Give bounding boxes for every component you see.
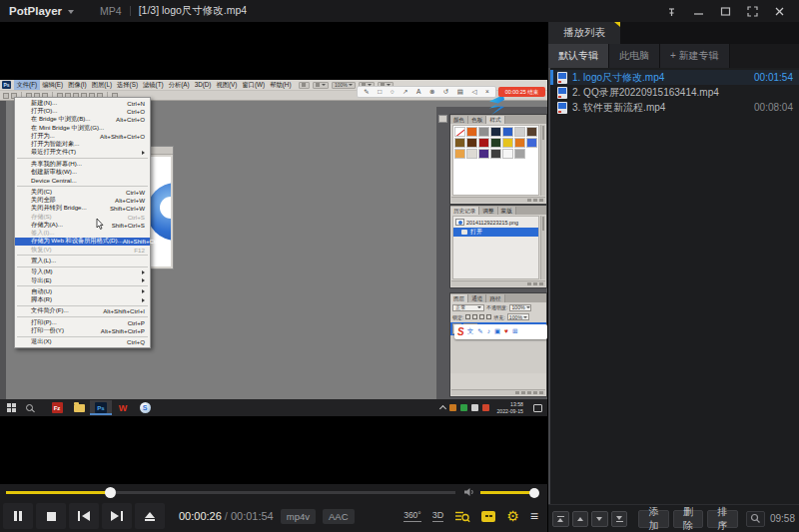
ps-logo: Ps (2, 81, 11, 89)
history-open-entry: 打开 (453, 228, 538, 237)
ps-panel-tab: 路径 (486, 294, 504, 302)
fill-value: 100% (507, 313, 529, 320)
move-top-button[interactable] (552, 511, 569, 527)
annotation-tool-icon: × (485, 89, 489, 96)
previous-button[interactable] (69, 503, 99, 529)
hamburger-menu-icon[interactable]: ≡ (530, 509, 538, 523)
pin-icon[interactable] (661, 3, 681, 19)
move-bottom-button[interactable] (611, 511, 628, 527)
ps-panel-dock: 颜色色板样式 历史记录调整蒙版 20141129223215.png (436, 107, 547, 399)
app-menu-chevron-icon[interactable] (68, 10, 74, 14)
playlist-item[interactable]: 3. 软件更新流程.mp4 00:08:04 (550, 100, 799, 115)
snapshot-thumbnail (455, 219, 464, 226)
annotation-tool-icon: ↗ (402, 89, 407, 96)
video-surface[interactable]: Ps 文件(F)编辑(E)图像(I)图层(L)选择(S)滤镜(T)分析(A)3D… (0, 22, 547, 484)
seek-bar[interactable] (6, 491, 455, 494)
style-swatch (514, 138, 525, 148)
subtitle-button[interactable] (481, 511, 495, 522)
volume-icon[interactable] (463, 487, 476, 497)
playlist-item[interactable]: 2. QQ录屏20220915163414.mp4 (550, 85, 799, 100)
style-swatch (466, 149, 477, 159)
recorder-tool-icon: 文 (467, 328, 474, 335)
playlist-action-button[interactable]: 删除 (673, 510, 704, 528)
next-button[interactable] (102, 503, 132, 529)
annotation-tool-icon: A (416, 89, 420, 96)
pause-button[interactable] (3, 503, 33, 529)
playlist-search-box[interactable] (746, 511, 765, 527)
playlist-item[interactable]: 1. logo尺寸修改.mp4 00:01:54 (550, 70, 799, 85)
album-tab[interactable]: 默认专辑 (548, 44, 609, 68)
maximize-button[interactable] (715, 3, 735, 19)
ps-panel-tab: 历史记录 (450, 207, 479, 215)
recorder-tool-icon: ♥ (504, 328, 508, 335)
ps-menu-item: 分析(A) (166, 80, 192, 90)
total-time: 00:01:54 (231, 510, 274, 522)
styles-swatch-grid (452, 125, 539, 196)
style-swatch (502, 149, 513, 159)
album-tab[interactable]: 此电脑 (609, 44, 660, 68)
titlebar-divider (130, 6, 131, 16)
recorder-app-icon: S (140, 402, 151, 413)
volume-bar[interactable] (480, 491, 538, 494)
ps-menu-item: 帮助(H) (268, 80, 294, 90)
video-360-button[interactable]: 360° (403, 510, 421, 522)
video-3d-button[interactable]: 3D (432, 510, 444, 522)
codec-badge: mp4v (281, 509, 316, 524)
ps-layers-panel: 图层通道路径 正常 不透明度: 100% (449, 292, 547, 397)
video-frame-photoshop: Ps 文件(F)编辑(E)图像(I)图层(L)选择(S)滤镜(T)分析(A)3D… (0, 80, 547, 416)
tab-playlist[interactable]: 播放列表 (548, 22, 620, 44)
format-badge: MP4 (100, 5, 122, 17)
playlist-action-button[interactable]: 添加 (638, 510, 669, 528)
ps-file-menu-item: 置入(L)... (15, 257, 150, 265)
open-eject-button[interactable] (135, 503, 165, 529)
move-up-button[interactable] (572, 511, 589, 527)
control-bar: 00:00:26/00:01:54 mp4vAAC 360° 3D ⚙ ≡ (0, 484, 547, 532)
ps-panel-tab: 图层 (450, 294, 468, 302)
tray-icon-4 (482, 404, 489, 411)
ps-panel-tab: 色板 (468, 116, 486, 124)
ps-file-menu-item: 退出(X)Ctrl+Q (15, 338, 150, 346)
ps-panel-tab: 调整 (479, 207, 497, 215)
tray-expand-icon (439, 405, 446, 412)
ps-file-menu-item: 文件简介(F)...Alt+Shift+Ctrl+I (15, 307, 150, 315)
style-swatch (514, 149, 525, 159)
playlist-panel: 播放列表 默认专辑此电脑+ 新建专辑 1. logo尺寸修改.mp4 00:01… (547, 22, 799, 532)
stop-button[interactable] (36, 503, 66, 529)
seek-thumb[interactable] (105, 487, 116, 498)
settings-gear-icon[interactable]: ⚙ (506, 509, 519, 523)
ps-menu-item: 文件(F) (14, 80, 40, 90)
time-display: 00:00:26/00:01:54 (179, 510, 274, 522)
style-swatch (490, 127, 501, 137)
ps-extras-icon (313, 82, 329, 89)
playlist-tab-row: 播放列表 (548, 22, 799, 44)
style-swatch (466, 138, 477, 148)
ps-menu-item: 视图(V) (214, 80, 240, 90)
ps-styles-panel: 颜色色板样式 (449, 114, 547, 205)
ps-menu-item: 编辑(E) (40, 80, 66, 90)
video-file-icon (557, 102, 567, 114)
explorer-icon (74, 404, 85, 412)
mouse-cursor (96, 219, 104, 230)
title-bar: PotPlayer MP4 [1/3] logo尺寸修改.mp4 (0, 0, 799, 22)
style-swatch (490, 149, 501, 159)
fullscreen-button[interactable] (742, 3, 762, 19)
album-tab[interactable]: + 新建专辑 (660, 44, 730, 68)
minimize-button[interactable] (688, 3, 708, 19)
annotation-tool-icon: □ (378, 89, 382, 96)
playlist-search-icon[interactable] (454, 510, 470, 523)
notification-icon (533, 404, 542, 412)
ps-menu-item: 3D(D) (192, 80, 214, 90)
ps-file-menu-item: 导出(E) (15, 276, 150, 284)
ps-file-menu-item: 脚本(R) (15, 296, 150, 304)
ps-panel-tab: 蒙版 (498, 207, 516, 215)
close-button[interactable] (769, 3, 789, 19)
volume-thumb[interactable] (529, 488, 539, 498)
app-logo-text[interactable]: PotPlayer (9, 5, 62, 17)
ps-file-menu-item: 打印一份(Y)Alt+Shift+Ctrl+P (15, 326, 150, 334)
ps-bridge-icon (299, 82, 310, 89)
playlist-action-button[interactable]: 排序 (707, 510, 738, 528)
photoshop-taskbar-icon: Ps (95, 402, 107, 413)
taskbar-search-icon (26, 404, 33, 411)
move-down-button[interactable] (591, 511, 608, 527)
codec-badge: AAC (323, 509, 355, 524)
